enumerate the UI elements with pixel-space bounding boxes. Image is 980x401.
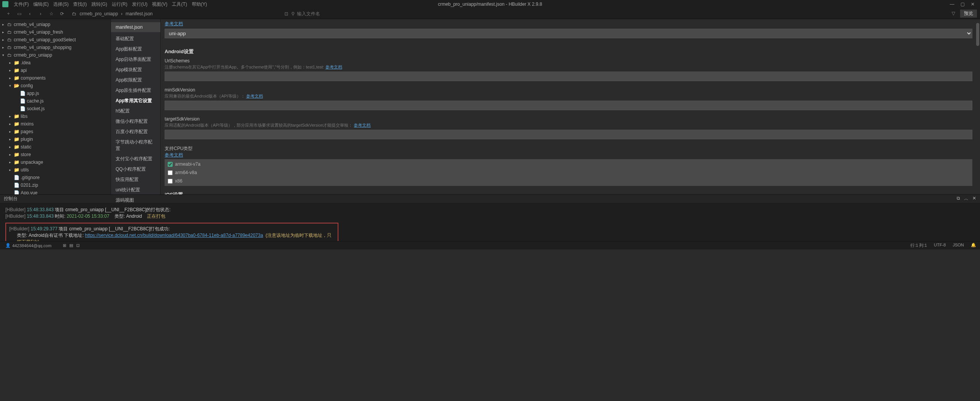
menu-help[interactable]: 帮助(Y) xyxy=(189,1,209,8)
file-row[interactable]: ▸📁store xyxy=(0,151,111,158)
config-nav-item[interactable]: 字节跳动小程序配置 xyxy=(111,137,160,154)
config-nav-item[interactable]: uni统计配置 xyxy=(111,185,160,195)
search-input[interactable] xyxy=(297,11,374,16)
config-nav-item[interactable]: App原生插件配置 xyxy=(111,85,160,96)
file-row[interactable]: ▸📁unpackage xyxy=(0,158,111,166)
file-row[interactable]: ▸📁plugin xyxy=(0,135,111,143)
config-nav-item[interactable]: 快应用配置 xyxy=(111,174,160,185)
status-icon-2[interactable]: ▤ xyxy=(69,243,73,248)
framework-select[interactable]: uni-app xyxy=(165,29,972,38)
file-row[interactable]: ▸📁utils xyxy=(0,166,111,174)
minsdk-ref[interactable]: 参考文档 xyxy=(246,94,263,98)
file-icon: 📁 xyxy=(14,121,19,127)
config-nav-item[interactable]: App模块配置 xyxy=(111,65,160,75)
cpu-armeabi-v7a[interactable]: armeabi-v7a xyxy=(165,160,972,168)
project-row[interactable]: ▾🗀crmeb_pro_uniapp xyxy=(0,51,111,59)
file-row[interactable]: ▸📁.idea xyxy=(0,59,111,67)
line-col[interactable]: 行:1 列:1 xyxy=(910,243,927,248)
console-collapse-icon[interactable]: ︿ xyxy=(964,196,969,202)
encoding[interactable]: UTF-8 xyxy=(934,243,946,248)
cpu-ref[interactable]: 参考文档 xyxy=(165,152,183,158)
chevron-icon: ▸ xyxy=(8,145,12,149)
ref-link[interactable]: 参考文档 xyxy=(165,21,183,26)
config-nav-item[interactable]: App权限配置 xyxy=(111,75,160,85)
checkbox[interactable] xyxy=(168,170,173,175)
crumb-project[interactable]: crmeb_pro_uniapp xyxy=(80,11,118,16)
download-link[interactable]: https://service.dcloud.net.cn/build/down… xyxy=(85,233,263,238)
config-nav-item[interactable]: App启动界面配置 xyxy=(111,54,160,65)
editor-tab[interactable]: manifest.json xyxy=(111,22,160,32)
filter-icon[interactable]: ▽ xyxy=(949,10,957,17)
file-row[interactable]: ▸📁api xyxy=(0,67,111,74)
close-icon[interactable]: ✕ xyxy=(971,2,975,7)
nav-forward-icon[interactable]: › xyxy=(37,10,44,18)
menu-edit[interactable]: 编辑(E) xyxy=(31,1,51,8)
config-nav-item[interactable]: 基础配置 xyxy=(111,34,160,44)
file-row[interactable]: ▸📁mixins xyxy=(0,120,111,128)
file-row[interactable]: 📄socket.js xyxy=(0,105,111,112)
config-nav-item[interactable]: 百度小程序配置 xyxy=(111,127,160,137)
config-nav-item[interactable]: 源码视图 xyxy=(111,195,160,205)
console-tab[interactable]: 控制台 xyxy=(4,196,18,202)
project-row[interactable]: ▸🗀crmeb_v4_uniapp_goodSelect xyxy=(0,36,111,44)
cpu-arm64-v8a[interactable]: arm64-v8a xyxy=(165,168,972,177)
preview-button[interactable]: 预览 xyxy=(960,10,977,18)
status-icon-1[interactable]: ⊞ xyxy=(63,243,66,248)
user-email[interactable]: 442384644@qq.com xyxy=(12,243,51,248)
urlschemes-ref[interactable]: 参考文档 xyxy=(325,65,342,69)
scrollbar[interactable] xyxy=(975,19,979,194)
file-row[interactable]: ▸📁libs xyxy=(0,112,111,120)
file-row[interactable]: 📄App.vue xyxy=(0,189,111,194)
targetsdk-ref[interactable]: 参考文档 xyxy=(354,123,371,127)
menu-tools[interactable]: 工具(T) xyxy=(170,1,189,8)
file-row[interactable]: 📄0201.zip xyxy=(0,181,111,189)
chevron-icon: ▸ xyxy=(1,30,5,34)
open-folder-icon[interactable]: ▭ xyxy=(15,10,23,18)
config-nav-item[interactable]: 微信小程序配置 xyxy=(111,116,160,127)
refresh-icon[interactable]: ⟳ xyxy=(58,10,66,18)
menu-publish[interactable]: 发行(U) xyxy=(130,1,150,8)
file-row[interactable]: ▸📁static xyxy=(0,143,111,151)
console-close-icon[interactable]: ✕ xyxy=(972,196,976,202)
search-icon: ⚲ xyxy=(291,11,295,16)
file-row[interactable]: 📄app.js xyxy=(0,90,111,97)
menu-run[interactable]: 运行(R) xyxy=(109,1,130,8)
checkbox[interactable] xyxy=(168,179,173,184)
maximize-icon[interactable]: ▢ xyxy=(960,2,965,7)
file-row[interactable]: ▸📁pages xyxy=(0,128,111,135)
file-row[interactable]: 📄cache.js xyxy=(0,97,111,105)
config-nav-item[interactable]: App图标配置 xyxy=(111,44,160,54)
minimize-icon[interactable]: — xyxy=(950,2,954,7)
urlschemes-input[interactable] xyxy=(165,72,972,81)
scrollbar-thumb[interactable] xyxy=(976,23,979,46)
menu-goto[interactable]: 跳转(G) xyxy=(89,1,109,8)
menu-file[interactable]: 文件(F) xyxy=(11,1,31,8)
cloud-icon[interactable]: ⊡ xyxy=(284,11,288,16)
star-icon[interactable]: ☆ xyxy=(47,10,55,18)
targetsdk-label: targetSdkVersion xyxy=(165,116,972,122)
file-row[interactable]: 📄.gitignore xyxy=(0,174,111,181)
config-nav-item[interactable]: 支付宝小程序配置 xyxy=(111,154,160,164)
menu-view[interactable]: 视图(V) xyxy=(150,1,170,8)
checkbox[interactable] xyxy=(168,162,173,167)
crumb-file[interactable]: manifest.json xyxy=(126,11,153,16)
nav-back-icon[interactable]: ‹ xyxy=(26,10,34,18)
menu-select[interactable]: 选择(S) xyxy=(51,1,71,8)
config-nav-item[interactable]: h5配置 xyxy=(111,106,160,116)
file-row[interactable]: ▸📁components xyxy=(0,74,111,82)
project-row[interactable]: ▸🗀crmeb_v4_uniapp xyxy=(0,21,111,28)
project-row[interactable]: ▸🗀crmeb_v4_uniapp_fresh xyxy=(0,28,111,36)
config-nav-item[interactable]: QQ小程序配置 xyxy=(111,164,160,174)
config-nav-item[interactable]: App常用其它设置 xyxy=(111,96,160,106)
menu-find[interactable]: 查找(I) xyxy=(71,1,89,8)
language-mode[interactable]: JSON xyxy=(953,243,964,248)
file-row[interactable]: ▾📂config xyxy=(0,82,111,90)
new-file-icon[interactable]: ＋ xyxy=(5,10,12,18)
cpu-x86[interactable]: x86 xyxy=(165,177,972,185)
bell-icon[interactable]: 🔔 xyxy=(971,243,976,248)
console-popout-icon[interactable]: ⧉ xyxy=(957,196,960,202)
minsdk-input[interactable] xyxy=(165,101,972,110)
project-row[interactable]: ▸🗀crmeb_v4_uniapp_shopping xyxy=(0,44,111,51)
status-icon-3[interactable]: ⊡ xyxy=(76,243,80,248)
targetsdk-input[interactable] xyxy=(165,130,972,139)
